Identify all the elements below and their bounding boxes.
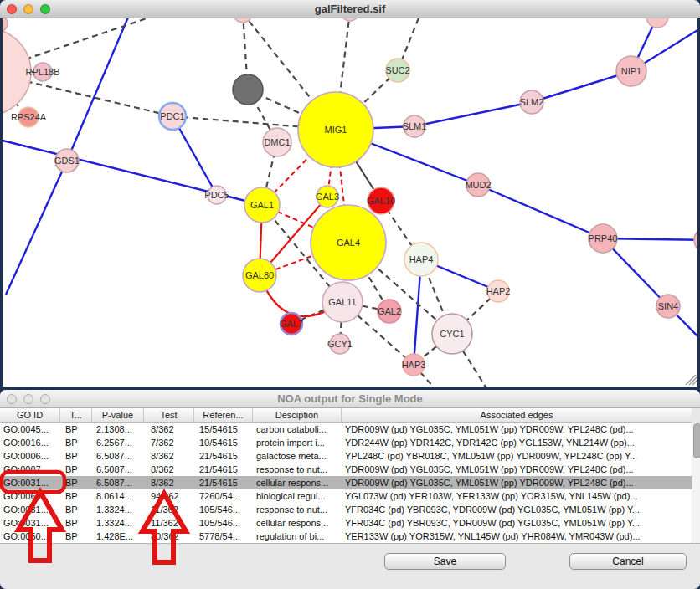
node-label: PDC5 [204, 190, 229, 200]
node-label: MIG1 [325, 125, 347, 135]
cell-associated_edges: YGL073W (pd) YER103W, YER133W (pp) YOR31… [342, 489, 692, 503]
cell-reference: 7260/54... [194, 489, 253, 503]
cell-description: cellular respons... [253, 516, 342, 530]
cell-description: regulation of bi... [253, 530, 342, 543]
table-row[interactable]: GO:0006...BP6.5087...8/36221/54615galact… [0, 449, 692, 463]
network-edge [67, 18, 130, 161]
cell-go_id: GO:0031... [0, 503, 60, 516]
node-label: RPL18B [26, 67, 60, 77]
cell-p_value: 2.1308... [92, 423, 144, 436]
cell-associated_edges: YDR009W (pd) YGL035C, YML051W (pp) YDR00… [342, 463, 692, 476]
noa-window-titlebar[interactable]: NOA output for Single Mode [0, 390, 700, 408]
cell-go_id: GO:0065... [0, 489, 60, 503]
cell-go_id: GO:0006... [0, 449, 60, 463]
network-node-TOP2[interactable] [341, 18, 359, 21]
node-label: HAP2 [486, 286, 511, 296]
column-header-p_value[interactable]: P-value [92, 408, 144, 422]
cell-go_id: GO:0031... [0, 476, 60, 489]
cell-test: 8/362 [144, 423, 194, 436]
network-node-TOP3[interactable] [646, 18, 668, 28]
cell-type: BP [60, 530, 92, 543]
table-row[interactable]: GO:0045...BP2.1308...8/36215/54615carbon… [0, 423, 692, 436]
cell-go_id: GO:0007... [0, 463, 60, 476]
cell-reference: 15/54615 [194, 423, 253, 436]
cell-test: 94/362 [144, 489, 194, 503]
table-row[interactable]: GO:0031...BP1.3324...11/362105/546...res… [0, 503, 692, 516]
node-label: GDS1 [54, 156, 80, 166]
column-header-type[interactable]: T... [60, 408, 92, 422]
table-row[interactable]: GO:0007...BP6.5087...8/36221/54615respon… [0, 463, 692, 476]
node-label: SUC2 [385, 65, 409, 75]
node-label: SLM2 [520, 97, 544, 107]
cell-test: 11/362 [144, 503, 194, 516]
node-label: GAL4 [337, 238, 360, 248]
cell-go_id: GO:0031... [0, 516, 60, 530]
cell-p_value: 6.2567... [92, 436, 144, 449]
cell-description: galactose meta... [253, 449, 342, 463]
cell-test: 11/362 [144, 516, 194, 530]
node-label: MUD2 [465, 180, 491, 190]
node-label: CYC1 [440, 329, 464, 339]
vertical-scrollbar[interactable] [692, 423, 700, 543]
cell-p_value: 1.3324... [92, 503, 144, 516]
cell-type: BP [60, 436, 92, 449]
desktop: { "desktop": { "background": "#1d3153" }… [0, 0, 700, 589]
scrollbar-thumb[interactable] [693, 423, 700, 458]
network-node-CORNER[interactable] [3, 18, 8, 32]
cell-p_value: 6.5087... [92, 463, 144, 476]
cell-p_value: 6.5087... [92, 449, 144, 463]
network-edge [6, 161, 67, 294]
table-row[interactable]: GO:0050...BP1.428E...80/3625778/54...reg… [0, 530, 692, 543]
cell-test: 8/362 [144, 449, 194, 463]
table-row[interactable]: GO:0016...BP6.2567...7/36210/54615protei… [0, 436, 692, 449]
cell-type: BP [60, 476, 92, 489]
node-label: HAP4 [409, 254, 434, 264]
network-edge [414, 102, 532, 126]
cell-description: protein import i... [253, 436, 342, 449]
cell-test: 8/362 [144, 463, 194, 476]
node-label: SLM1 [403, 121, 427, 131]
column-header-reference[interactable]: Referen... [194, 408, 253, 422]
node-label: GAL10 [367, 196, 395, 206]
cell-associated_edges: YER133W (pp) YOR315W, YNL145W (pd) YHR08… [342, 530, 692, 543]
node-label: GCY1 [327, 339, 353, 349]
cell-p_value: 1.428E... [92, 530, 144, 543]
cancel-button[interactable]: Cancel [569, 553, 687, 570]
node-label: SIN4 [658, 301, 678, 311]
column-header-test[interactable]: Test [144, 408, 194, 422]
network-canvas[interactable]: RPL18BRPS24AGDS1PDC1DMC1MIG1SUC2SLM1SLM2… [3, 18, 697, 387]
node-label: GAL7 [280, 319, 303, 329]
cell-description: response to nut... [253, 503, 342, 516]
node-label: PDC1 [160, 111, 184, 121]
column-header-associated_edges[interactable]: Associated edges [342, 408, 692, 422]
cell-go_id: GO:0050... [0, 530, 60, 543]
table-row[interactable]: GO:0031...BP6.5087...8/36221/54615cellul… [0, 476, 692, 489]
cell-test: 80/362 [144, 530, 194, 543]
cell-go_id: GO:0045... [0, 423, 60, 436]
cell-test: 8/362 [144, 476, 194, 489]
noa-window-title: NOA output for Single Mode [0, 390, 700, 408]
cell-type: BP [60, 423, 92, 436]
column-header-go_id[interactable]: GO ID [0, 408, 60, 422]
table-row[interactable]: GO:0065...BP8.0614...94/3627260/54...bio… [0, 489, 692, 503]
cell-type: BP [60, 516, 92, 530]
cell-p_value: 6.5087... [92, 476, 144, 489]
node-label: NIP1 [621, 66, 641, 76]
table-body: GO:0045...BP2.1308...8/36215/54615carbon… [0, 423, 692, 543]
network-node-GRAY[interactable] [233, 74, 263, 105]
cell-p_value: 8.0614... [92, 489, 144, 503]
table-row[interactable]: GO:0031...BP1.3324...11/362105/546...cel… [0, 516, 692, 530]
cell-reference: 21/54615 [194, 449, 253, 463]
cell-test: 7/362 [144, 436, 194, 449]
cell-description: response to nut... [253, 463, 342, 476]
save-button[interactable]: Save [384, 553, 506, 570]
cell-associated_edges: YFR034C (pd) YBR093C, YDR009W (pd) YGL03… [342, 503, 692, 516]
network-edge [478, 185, 603, 238]
network-window-titlebar[interactable]: galFiltered.sif [0, 0, 700, 18]
node-label: GAL3 [316, 192, 339, 202]
cell-description: carbon cataboli... [253, 423, 342, 436]
cell-p_value: 1.3324... [92, 516, 144, 530]
column-header-description[interactable]: Desciption [253, 408, 342, 422]
node-label: GAL80 [245, 270, 274, 280]
cell-associated_edges: YPL248C (pd) YBR018C, YML051W (pp) YDR00… [342, 449, 692, 463]
